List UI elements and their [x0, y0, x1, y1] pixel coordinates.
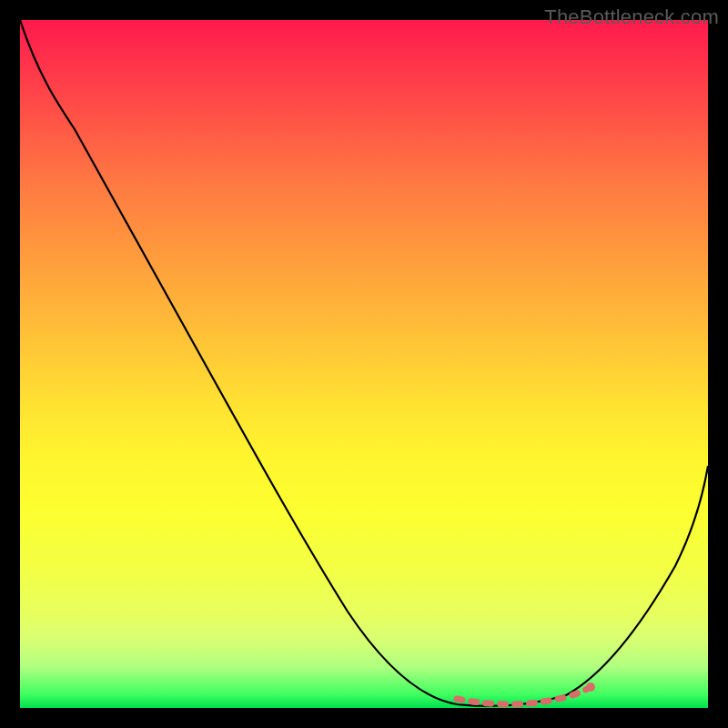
chart-plot-area — [20, 20, 708, 708]
watermark-text: TheBottleneck.com — [544, 5, 719, 29]
chart-svg — [20, 20, 708, 708]
chart-frame: TheBottleneck.com — [0, 0, 728, 728]
bottleneck-curve — [20, 20, 708, 706]
highlight-segment — [457, 688, 589, 704]
highlight-end-dot — [586, 682, 595, 692]
